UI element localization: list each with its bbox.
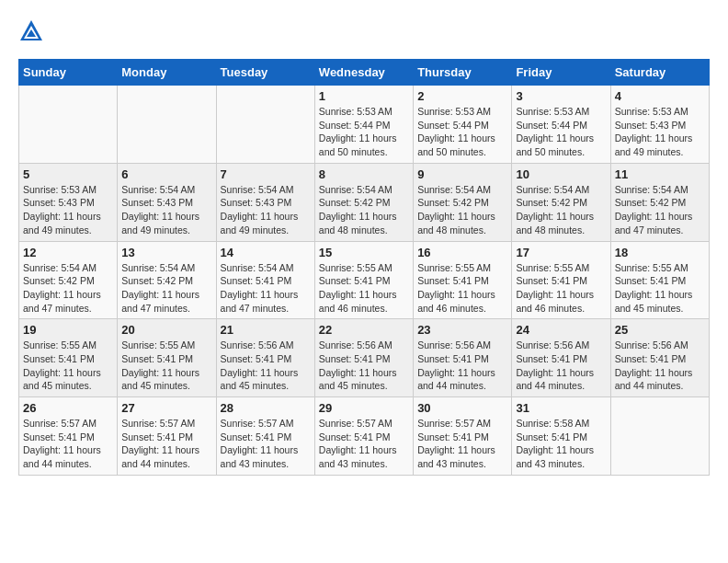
calendar-cell: 26Sunrise: 5:57 AM Sunset: 5:41 PM Dayli…	[19, 397, 118, 476]
calendar-cell: 3Sunrise: 5:53 AM Sunset: 5:44 PM Daylig…	[512, 86, 610, 164]
day-number: 29	[319, 401, 409, 415]
day-info: Sunrise: 5:56 AM Sunset: 5:41 PM Dayligh…	[516, 339, 606, 393]
day-of-week-header: Thursday	[414, 60, 512, 86]
day-of-week-header: Tuesday	[216, 60, 314, 86]
calendar-cell	[610, 397, 709, 476]
calendar-cell: 30Sunrise: 5:57 AM Sunset: 5:41 PM Dayli…	[414, 397, 512, 476]
day-info: Sunrise: 5:55 AM Sunset: 5:41 PM Dayligh…	[319, 261, 409, 316]
day-number: 18	[615, 246, 705, 259]
calendar-cell: 8Sunrise: 5:54 AM Sunset: 5:42 PM Daylig…	[314, 163, 413, 241]
day-info: Sunrise: 5:53 AM Sunset: 5:44 PM Dayligh…	[319, 105, 409, 159]
calendar-cell: 12Sunrise: 5:54 AM Sunset: 5:42 PM Dayli…	[19, 241, 118, 319]
calendar-week-row: 5Sunrise: 5:53 AM Sunset: 5:43 PM Daylig…	[19, 163, 710, 241]
day-of-week-header: Saturday	[610, 60, 709, 86]
day-number: 22	[319, 323, 409, 337]
calendar-cell	[118, 86, 216, 164]
day-info: Sunrise: 5:54 AM Sunset: 5:42 PM Dayligh…	[319, 183, 409, 237]
calendar-header-row: SundayMondayTuesdayWednesdayThursdayFrid…	[19, 60, 710, 86]
day-number: 9	[417, 167, 507, 181]
day-info: Sunrise: 5:54 AM Sunset: 5:42 PM Dayligh…	[615, 183, 705, 237]
calendar-cell: 7Sunrise: 5:54 AM Sunset: 5:43 PM Daylig…	[216, 163, 314, 241]
calendar-cell: 4Sunrise: 5:53 AM Sunset: 5:43 PM Daylig…	[610, 86, 709, 164]
day-number: 26	[23, 401, 113, 415]
day-of-week-header: Wednesday	[314, 60, 413, 86]
calendar-cell: 1Sunrise: 5:53 AM Sunset: 5:44 PM Daylig…	[314, 86, 413, 164]
day-info: Sunrise: 5:53 AM Sunset: 5:43 PM Dayligh…	[615, 105, 705, 159]
calendar-cell: 11Sunrise: 5:54 AM Sunset: 5:42 PM Dayli…	[610, 163, 709, 241]
day-info: Sunrise: 5:54 AM Sunset: 5:43 PM Dayligh…	[221, 183, 311, 237]
day-number: 1	[319, 89, 409, 103]
day-info: Sunrise: 5:57 AM Sunset: 5:41 PM Dayligh…	[23, 417, 113, 471]
day-number: 13	[121, 246, 211, 259]
day-info: Sunrise: 5:55 AM Sunset: 5:41 PM Dayligh…	[23, 339, 113, 393]
day-number: 31	[516, 401, 606, 415]
calendar-cell: 27Sunrise: 5:57 AM Sunset: 5:41 PM Dayli…	[118, 397, 216, 476]
day-info: Sunrise: 5:55 AM Sunset: 5:41 PM Dayligh…	[516, 261, 606, 316]
day-info: Sunrise: 5:53 AM Sunset: 5:44 PM Dayligh…	[417, 105, 507, 159]
day-number: 27	[121, 401, 211, 415]
calendar-cell: 17Sunrise: 5:55 AM Sunset: 5:41 PM Dayli…	[512, 241, 610, 319]
day-info: Sunrise: 5:58 AM Sunset: 5:41 PM Dayligh…	[516, 417, 606, 471]
calendar-week-row: 12Sunrise: 5:54 AM Sunset: 5:42 PM Dayli…	[19, 241, 710, 319]
day-info: Sunrise: 5:54 AM Sunset: 5:43 PM Dayligh…	[121, 183, 211, 237]
day-info: Sunrise: 5:57 AM Sunset: 5:41 PM Dayligh…	[319, 417, 409, 471]
day-info: Sunrise: 5:54 AM Sunset: 5:42 PM Dayligh…	[417, 183, 507, 237]
calendar-cell: 18Sunrise: 5:55 AM Sunset: 5:41 PM Dayli…	[610, 241, 709, 319]
day-number: 23	[417, 323, 507, 337]
day-number: 25	[615, 323, 705, 337]
day-info: Sunrise: 5:57 AM Sunset: 5:41 PM Dayligh…	[121, 417, 211, 471]
day-info: Sunrise: 5:54 AM Sunset: 5:42 PM Dayligh…	[516, 183, 606, 237]
calendar-cell: 20Sunrise: 5:55 AM Sunset: 5:41 PM Dayli…	[118, 319, 216, 397]
calendar-cell: 28Sunrise: 5:57 AM Sunset: 5:41 PM Dayli…	[216, 397, 314, 476]
day-info: Sunrise: 5:56 AM Sunset: 5:41 PM Dayligh…	[319, 339, 409, 393]
day-info: Sunrise: 5:56 AM Sunset: 5:41 PM Dayligh…	[221, 339, 311, 393]
day-number: 19	[23, 323, 113, 337]
calendar-cell: 2Sunrise: 5:53 AM Sunset: 5:44 PM Daylig…	[414, 86, 512, 164]
day-number: 2	[417, 89, 507, 103]
calendar-cell	[19, 86, 118, 164]
calendar-cell: 24Sunrise: 5:56 AM Sunset: 5:41 PM Dayli…	[512, 319, 610, 397]
calendar-cell: 23Sunrise: 5:56 AM Sunset: 5:41 PM Dayli…	[414, 319, 512, 397]
day-of-week-header: Monday	[118, 60, 216, 86]
day-info: Sunrise: 5:57 AM Sunset: 5:41 PM Dayligh…	[417, 417, 507, 471]
day-info: Sunrise: 5:54 AM Sunset: 5:42 PM Dayligh…	[121, 261, 211, 316]
calendar-cell: 5Sunrise: 5:53 AM Sunset: 5:43 PM Daylig…	[19, 163, 118, 241]
calendar-cell: 6Sunrise: 5:54 AM Sunset: 5:43 PM Daylig…	[118, 163, 216, 241]
day-number: 28	[221, 401, 311, 415]
day-info: Sunrise: 5:54 AM Sunset: 5:41 PM Dayligh…	[221, 261, 311, 316]
day-number: 6	[121, 167, 211, 181]
calendar-week-row: 1Sunrise: 5:53 AM Sunset: 5:44 PM Daylig…	[19, 86, 710, 164]
calendar-cell: 9Sunrise: 5:54 AM Sunset: 5:42 PM Daylig…	[414, 163, 512, 241]
calendar-cell: 25Sunrise: 5:56 AM Sunset: 5:41 PM Dayli…	[610, 319, 709, 397]
day-info: Sunrise: 5:54 AM Sunset: 5:42 PM Dayligh…	[23, 261, 113, 316]
calendar-cell: 31Sunrise: 5:58 AM Sunset: 5:41 PM Dayli…	[512, 397, 610, 476]
calendar-cell: 16Sunrise: 5:55 AM Sunset: 5:41 PM Dayli…	[414, 241, 512, 319]
day-info: Sunrise: 5:55 AM Sunset: 5:41 PM Dayligh…	[417, 261, 507, 316]
day-number: 3	[516, 89, 606, 103]
day-info: Sunrise: 5:56 AM Sunset: 5:41 PM Dayligh…	[417, 339, 507, 393]
day-of-week-header: Sunday	[19, 60, 118, 86]
day-number: 21	[221, 323, 311, 337]
calendar-cell: 22Sunrise: 5:56 AM Sunset: 5:41 PM Dayli…	[314, 319, 413, 397]
calendar-week-row: 19Sunrise: 5:55 AM Sunset: 5:41 PM Dayli…	[19, 319, 710, 397]
logo	[18, 18, 48, 44]
day-number: 8	[319, 167, 409, 181]
day-of-week-header: Friday	[512, 60, 610, 86]
day-info: Sunrise: 5:56 AM Sunset: 5:41 PM Dayligh…	[615, 339, 705, 393]
day-number: 17	[516, 246, 606, 259]
day-info: Sunrise: 5:53 AM Sunset: 5:44 PM Dayligh…	[516, 105, 606, 159]
calendar-cell: 14Sunrise: 5:54 AM Sunset: 5:41 PM Dayli…	[216, 241, 314, 319]
calendar-week-row: 26Sunrise: 5:57 AM Sunset: 5:41 PM Dayli…	[19, 397, 710, 476]
calendar-cell: 10Sunrise: 5:54 AM Sunset: 5:42 PM Dayli…	[512, 163, 610, 241]
day-number: 14	[221, 246, 311, 259]
calendar-cell: 13Sunrise: 5:54 AM Sunset: 5:42 PM Dayli…	[118, 241, 216, 319]
calendar-table: SundayMondayTuesdayWednesdayThursdayFrid…	[18, 59, 710, 476]
logo-icon	[18, 18, 44, 44]
day-number: 5	[23, 167, 113, 181]
day-number: 15	[319, 246, 409, 259]
day-number: 7	[221, 167, 311, 181]
day-number: 11	[615, 167, 705, 181]
day-number: 24	[516, 323, 606, 337]
day-number: 20	[121, 323, 211, 337]
day-number: 4	[615, 89, 705, 103]
